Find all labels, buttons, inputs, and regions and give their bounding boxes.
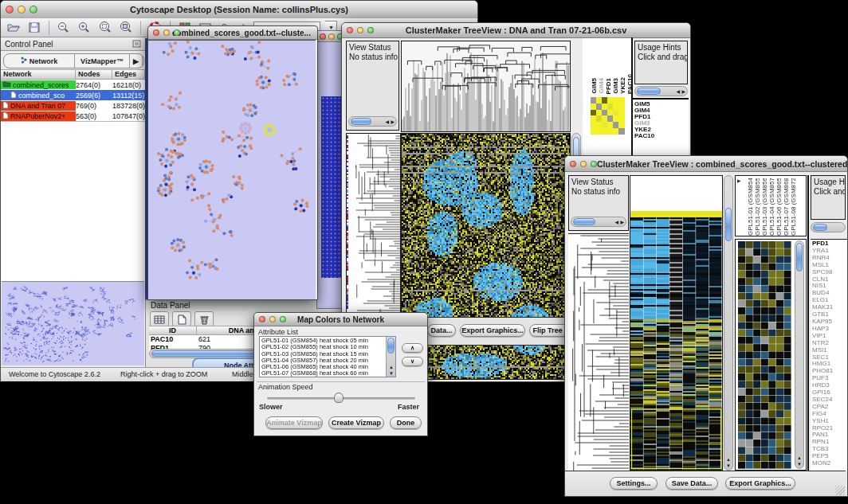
close-button[interactable] <box>320 33 326 40</box>
tab-vizmapper[interactable]: VizMapper™ <box>75 54 130 68</box>
tv1-export-graphics-button[interactable]: Export Graphics... <box>460 324 525 337</box>
gene-label[interactable]: FIG4 <box>812 411 847 418</box>
background-network-window[interactable] <box>316 30 344 309</box>
tv2-heatmap-canvas[interactable] <box>630 176 722 470</box>
tv1-save-data-button[interactable]: Data... <box>427 324 456 337</box>
mini-heatmap-cell[interactable] <box>591 122 596 128</box>
gene-label[interactable]: CPA2 <box>812 404 847 411</box>
network-view-titlebar[interactable]: combined_scores_good.txt--cluste... <box>148 26 317 40</box>
scroll-down-arrow[interactable]: ▼ <box>726 463 731 468</box>
minimize-button[interactable] <box>328 33 335 40</box>
scroll-left-arrow[interactable]: ◀ <box>676 89 680 94</box>
gene-label[interactable]: SEC1 <box>812 354 847 361</box>
mini-heatmap-cell[interactable] <box>596 110 602 116</box>
scroll-up-arrow[interactable]: ▲ <box>797 455 802 460</box>
close-button[interactable] <box>259 316 265 322</box>
save-icon[interactable] <box>26 21 42 35</box>
tv2-vscrollbar[interactable]: ▲ ▼ <box>724 175 733 471</box>
mini-heatmap-cell[interactable] <box>618 128 624 135</box>
mini-heatmap-cell[interactable] <box>591 104 596 110</box>
scroll-down-arrow[interactable]: ▼ <box>797 462 802 467</box>
scroll-left-arrow[interactable]: ◀ <box>614 220 618 225</box>
tv2-save-data-button[interactable]: Save Data... <box>665 477 718 490</box>
gene-label[interactable]: RPO21 <box>812 425 847 432</box>
zoom-button[interactable] <box>29 6 37 14</box>
scroll-right-arrow[interactable]: ▶ <box>391 119 395 124</box>
attribute-list-vscrollbar[interactable]: ▲ ▼ <box>386 337 395 377</box>
mini-heatmap-cell[interactable] <box>618 115 624 122</box>
attribute-list-item[interactable]: GPL51-07 (GSM868) heat shock 60 min <box>261 370 394 377</box>
gene-label[interactable]: MSL1 <box>812 262 847 269</box>
gene-label[interactable]: KAP95 <box>812 318 847 326</box>
close-button[interactable] <box>347 27 353 33</box>
tv2-usage-hscrollbar[interactable] <box>811 222 846 232</box>
network-canvas[interactable] <box>148 40 316 299</box>
attribute-table-icon[interactable] <box>150 311 169 327</box>
gene-label[interactable]: VIP1 <box>812 333 847 340</box>
minimize-button[interactable] <box>163 29 170 36</box>
column-header-edges[interactable]: Edges <box>112 69 145 80</box>
gene-label[interactable]: SEC24 <box>812 397 847 404</box>
zoom-button[interactable] <box>174 29 180 36</box>
gene-label[interactable]: NTR2 <box>812 340 847 347</box>
delete-attribute-icon[interactable] <box>194 311 214 327</box>
zoom-button[interactable] <box>280 316 286 322</box>
scroll-up-arrow[interactable]: ▲ <box>389 365 394 369</box>
scroll-thumb[interactable] <box>725 208 732 241</box>
scroll-thumb[interactable] <box>813 224 827 231</box>
gene-label[interactable]: PHO81 <box>812 368 847 375</box>
tv1-usage-hscrollbar[interactable]: ◀ ▶ <box>634 86 688 96</box>
mini-heatmap-cell[interactable] <box>596 104 602 110</box>
gene-label[interactable]: YRA1 <box>812 248 847 255</box>
minimize-button[interactable] <box>580 161 587 167</box>
gene-label[interactable]: HAP3 <box>812 326 847 333</box>
tv2-zoom-vscrollbar[interactable]: ▲ ▼ <box>795 240 804 469</box>
scroll-thumb[interactable] <box>351 118 371 125</box>
scroll-right-arrow[interactable]: ▶ <box>620 220 624 225</box>
network-table-row[interactable]: combined_scores2764(0)16218(0) <box>1 80 145 90</box>
tv2-heatmap[interactable] <box>630 175 723 471</box>
scroll-thumb[interactable] <box>387 338 395 354</box>
column-header-network[interactable]: Network <box>1 69 76 80</box>
gene-label[interactable]: MON2 <box>812 460 847 467</box>
scroll-thumb[interactable] <box>637 88 661 95</box>
gene-label[interactable]: HMG1 <box>812 361 847 368</box>
float-panel-icon[interactable] <box>132 40 141 49</box>
tv2-status-hscrollbar[interactable]: ◀ ▶ <box>571 217 626 227</box>
gene-label[interactable]: MAK31 <box>812 304 847 311</box>
tv2-row-dendrogram[interactable] <box>568 233 629 471</box>
animation-speed-slider-thumb[interactable] <box>334 393 344 403</box>
mini-heatmap-cell[interactable] <box>607 128 613 135</box>
mini-heatmap-cell[interactable] <box>613 128 618 135</box>
open-folder-icon[interactable] <box>6 21 22 35</box>
mini-heatmap-cell[interactable] <box>618 110 624 116</box>
zoom-button[interactable] <box>591 161 597 167</box>
zoom-button[interactable] <box>367 27 374 33</box>
mini-heatmap-cell[interactable] <box>618 104 624 110</box>
birdseye-overview-canvas[interactable] <box>2 282 144 365</box>
scroll-right-arrow[interactable]: ▶ <box>681 89 685 94</box>
mini-heatmap-cell[interactable] <box>613 110 618 116</box>
minimize-button[interactable] <box>18 6 26 14</box>
mini-heatmap-cell[interactable] <box>596 97 602 104</box>
mini-heatmap-cell[interactable] <box>618 97 624 104</box>
gene-label[interactable]: RNR4 <box>812 255 847 262</box>
create-vizmap-button[interactable]: Create Vizmap <box>328 416 384 429</box>
mini-heatmap-cell[interactable] <box>596 122 602 128</box>
gene-label[interactable]: TCB3 <box>812 446 847 453</box>
gene-label[interactable]: MSI1 <box>812 347 847 354</box>
treeview1-titlebar[interactable]: ClusterMaker TreeView : DNA and Tran 07-… <box>342 23 690 38</box>
mini-heatmap-cell[interactable] <box>607 97 613 104</box>
treeview2-titlebar[interactable]: ClusterMaker TreeView : combined_scores_… <box>565 156 847 172</box>
zoom-in-icon[interactable] <box>77 21 92 35</box>
gene-label[interactable]: PEP5 <box>812 453 847 460</box>
scroll-down-arrow[interactable]: ▼ <box>389 371 394 376</box>
attribute-listbox[interactable]: GPL51-01 (GSM854) heat shock 05 minGPL51… <box>259 336 396 377</box>
tv1-status-hscrollbar[interactable]: ◀ ▶ <box>348 116 397 127</box>
tv2-settings-button[interactable]: Settings... <box>610 477 658 490</box>
column-header-nodes[interactable]: Nodes <box>76 69 112 80</box>
close-button[interactable] <box>570 161 576 167</box>
network-table-row[interactable]: RNAPuberNov2+563(0)107847(0) <box>1 111 145 121</box>
gene-label[interactable]: RPN1 <box>812 439 847 446</box>
animate-vizmap-button[interactable]: Animate Vizmap <box>265 416 323 429</box>
